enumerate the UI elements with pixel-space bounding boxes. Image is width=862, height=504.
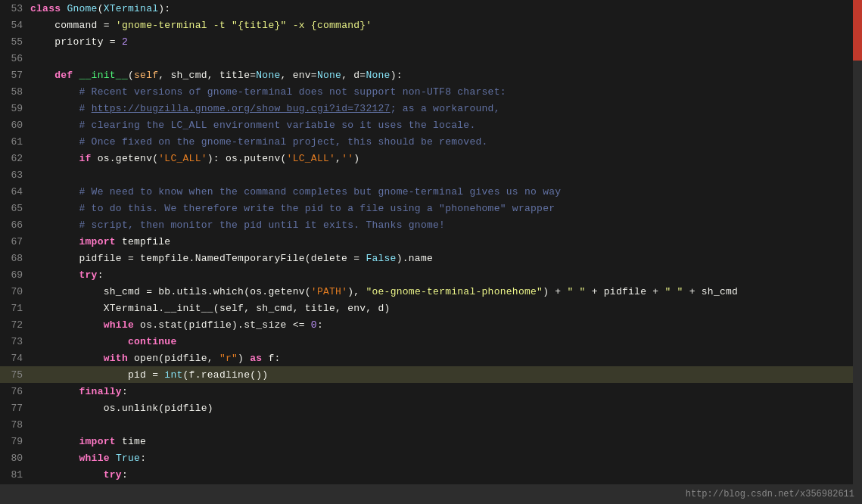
line-74: 74 with open(pidfile, "r") as f: (0, 350, 853, 366)
line-72: 72 while os.stat(pidfile).st_size <= 0: (0, 316, 853, 333)
line-79: 79 import time (0, 433, 853, 450)
status-url: http://blog.csdn.net/x356982611 (686, 489, 854, 499)
line-53: 53 class Gnome(XTerminal): (0, 0, 853, 17)
line-57: 57 def __init__(self, sh_cmd, title=None… (0, 67, 853, 83)
line-55: 55 priority = 2 (0, 33, 853, 50)
line-60: 60 # clearing the LC_ALL environment var… (0, 117, 853, 133)
line-71: 71 XTerminal.__init__(self, sh_cmd, titl… (0, 300, 853, 316)
line-69: 69 try: (0, 266, 853, 283)
line-80: 80 while True: (0, 450, 853, 466)
line-77: 77 os.unlink(pidfile) (0, 400, 853, 416)
line-81: 81 try: (0, 466, 853, 483)
line-82: 82 os.kill(pid, 0) (0, 483, 853, 484)
line-73: 73 continue (0, 333, 853, 350)
status-bar: http://blog.csdn.net/x356982611 (0, 484, 862, 504)
line-59: 59 # https://bugzilla.gnome.org/show_bug… (0, 100, 853, 117)
line-58: 58 # Recent versions of gnome-terminal d… (0, 83, 853, 100)
code-area: 53 class Gnome(XTerminal): 54 command = … (0, 0, 853, 484)
line-65: 65 # to do this. We therefore write the … (0, 200, 853, 216)
line-61: 61 # Once fixed on the gnome-terminal pr… (0, 133, 853, 150)
line-56: 56 (0, 50, 853, 67)
line-67: 67 import tempfile (0, 233, 853, 250)
line-62: 62 if os.getenv('LC_ALL'): os.putenv('LC… (0, 150, 853, 166)
line-63: 63 (0, 166, 853, 183)
line-78: 78 (0, 416, 853, 433)
scrollbar-thumb[interactable] (853, 0, 862, 61)
line-76: 76 finally: (0, 383, 853, 400)
line-75: 75 pid = int(f.readline()) (0, 366, 853, 383)
line-66: 66 # script, then monitor the pid until … (0, 216, 853, 233)
line-54: 54 command = 'gnome-terminal -t "{title}… (0, 17, 853, 33)
line-70: 70 sh_cmd = bb.utils.which(os.getenv('PA… (0, 283, 853, 300)
code-editor: 53 class Gnome(XTerminal): 54 command = … (0, 0, 862, 484)
line-64: 64 # We need to know when the command co… (0, 183, 853, 200)
line-68: 68 pidfile = tempfile.NamedTemporaryFile… (0, 250, 853, 266)
scrollbar[interactable] (853, 0, 862, 484)
